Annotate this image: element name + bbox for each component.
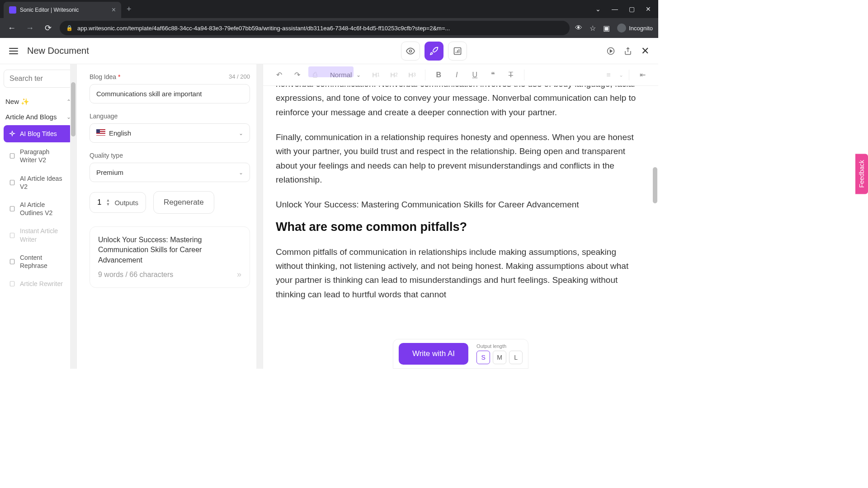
browser-tab[interactable]: Sonic Editor | Writesonic ×	[4, 2, 121, 18]
heading[interactable]: What are some common pitfalls?	[276, 220, 641, 234]
reload-button[interactable]: ⟳	[42, 23, 54, 33]
underline-button[interactable]: U	[467, 67, 482, 83]
output-length-label: Output length	[476, 343, 523, 349]
stepper-arrows[interactable]: ▲▼	[106, 198, 110, 206]
insert-arrow-icon[interactable]: »	[237, 270, 241, 279]
back-button[interactable]: ←	[5, 23, 18, 33]
flag-us-icon	[96, 129, 105, 136]
extensions-icon[interactable]: ▣	[603, 24, 610, 33]
sidebar-item-instant-article[interactable]: Instant Article Writer	[4, 222, 73, 248]
menu-toggle[interactable]	[9, 48, 18, 54]
rocket-icon	[429, 47, 439, 56]
paragraph[interactable]: Finally, communication in a relationship…	[276, 130, 641, 187]
new-tab-button[interactable]: +	[127, 5, 132, 14]
play-icon[interactable]	[607, 47, 615, 55]
undo-button[interactable]: ↶	[271, 67, 287, 83]
sidebar-section-new[interactable]: New ✨ ⌃	[4, 94, 73, 109]
maximize-icon[interactable]: ▢	[629, 5, 635, 13]
address-bar[interactable]: 🔒 app.writesonic.com/template/4af66c88-3…	[60, 21, 570, 35]
chevron-down-icon: ⌄	[239, 169, 243, 176]
length-s-button[interactable]: S	[476, 351, 490, 364]
sidebar-item-blog-titles[interactable]: AI Blog Titles	[4, 125, 73, 142]
minimize-icon[interactable]: —	[612, 5, 618, 13]
sidebar-item-article-ideas[interactable]: AI Article Ideas V2	[4, 170, 73, 195]
svg-rect-6	[10, 206, 14, 211]
result-card[interactable]: Unlock Your Success: Mastering Communica…	[90, 226, 250, 288]
result-title: Unlock Your Success: Mastering Communica…	[98, 235, 241, 265]
close-window-icon[interactable]: ✕	[646, 5, 651, 13]
window-controls: ⌄ — ▢ ✕	[595, 5, 658, 13]
svg-rect-9	[10, 282, 14, 286]
outputs-stepper[interactable]: 1 ▲▼ Outputs	[90, 192, 146, 213]
h1-button[interactable]: H1	[368, 67, 383, 83]
language-select[interactable]: English ⌄	[90, 123, 250, 143]
chevron-down-icon[interactable]: ⌄	[619, 72, 623, 78]
sidebar-item-paragraph-writer[interactable]: Paragraph Writer V2	[4, 143, 73, 169]
bottom-bar: Write with AI Output length S M L	[393, 339, 528, 369]
favicon	[9, 6, 16, 14]
search-input[interactable]	[4, 70, 73, 88]
h2-button[interactable]: H2	[386, 67, 401, 83]
document-title[interactable]: New Document	[27, 46, 89, 56]
length-m-button[interactable]: M	[493, 351, 506, 364]
sidebar-item-article-outlines[interactable]: AI Article Outlines V2	[4, 196, 73, 221]
analytics-button[interactable]	[448, 42, 467, 61]
editor-content[interactable]: nonverbal communication. Nonverbal commu…	[263, 86, 658, 369]
tabs-dropdown-icon[interactable]: ⌄	[595, 5, 601, 13]
main-layout: New ✨ ⌃ Article And Blogs ⌄ AI Blog Titl…	[0, 64, 658, 369]
close-icon[interactable]: ✕	[641, 45, 649, 57]
doc-icon	[9, 179, 15, 186]
bold-button[interactable]: B	[431, 67, 446, 83]
collapse-button[interactable]: ⇤	[635, 67, 650, 83]
share-icon[interactable]	[624, 47, 632, 55]
sidebar-scrollbar[interactable]	[70, 64, 76, 369]
forward-button[interactable]: →	[24, 23, 36, 33]
language-label: Language	[90, 113, 250, 120]
star-icon[interactable]: ☆	[590, 24, 596, 33]
generate-button[interactable]	[425, 42, 443, 61]
h3-button[interactable]: H3	[404, 67, 420, 83]
doc-icon	[9, 206, 15, 212]
doc-icon	[9, 232, 15, 239]
chart-icon	[453, 47, 462, 56]
blog-idea-input[interactable]: Communications skill are important	[90, 84, 250, 103]
regenerate-button[interactable]: Regenerate	[153, 191, 214, 214]
chevron-down-icon: ⌄	[239, 130, 243, 136]
sidebar-item-article-rewriter[interactable]: Article Rewriter	[4, 275, 73, 292]
paragraph[interactable]: Common pitfalls of communication in rela…	[276, 245, 641, 301]
close-tab-icon[interactable]: ×	[112, 6, 116, 14]
quote-button[interactable]: ❝	[485, 67, 500, 83]
italic-button[interactable]: I	[449, 67, 464, 83]
svg-marker-3	[610, 50, 613, 52]
blog-idea-label: Blog Idea * 34 / 200	[90, 73, 250, 80]
svg-rect-7	[10, 233, 14, 238]
result-meta: 9 words / 66 characters	[98, 271, 173, 279]
form-panel: Blog Idea * 34 / 200 Communications skil…	[77, 64, 263, 369]
chevron-down-icon: ⌄	[356, 72, 361, 78]
doc-icon	[9, 258, 15, 265]
clear-format-button[interactable]: T̶	[503, 67, 519, 83]
eye-off-icon[interactable]: 👁	[575, 24, 582, 32]
paragraph[interactable]: nonverbal communication. Nonverbal commu…	[276, 86, 641, 119]
browser-toolbar: ← → ⟳ 🔒 app.writesonic.com/template/4af6…	[0, 18, 658, 38]
quality-select[interactable]: Premium ⌄	[90, 163, 250, 182]
editor-scrollbar[interactable]	[652, 86, 658, 369]
paragraph[interactable]: Unlock Your Success: Mastering Communica…	[276, 197, 641, 211]
write-with-ai-button[interactable]: Write with AI	[399, 343, 468, 365]
incognito-badge[interactable]: Incognito	[617, 23, 653, 33]
editor-toolbar: ↶ ↷ ⎙ Normal ⌄ H1 H2 H3 B I U ❝ T̶ ≡ ⌄ ⇤	[263, 64, 658, 86]
svg-point-0	[410, 50, 412, 52]
align-button[interactable]: ≡	[601, 67, 616, 83]
app-header: New Document ✕	[0, 38, 658, 64]
redo-button[interactable]: ↷	[289, 67, 305, 83]
toolbar-highlight	[308, 66, 354, 77]
length-l-button[interactable]: L	[509, 351, 523, 364]
url-text: app.writesonic.com/template/4af66c88-34c…	[77, 25, 563, 32]
doc-icon	[9, 153, 15, 159]
quality-label: Quality type	[90, 152, 250, 159]
sidebar-item-content-rephrase[interactable]: Content Rephrase	[4, 249, 73, 274]
sidebar: New ✨ ⌃ Article And Blogs ⌄ AI Blog Titl…	[0, 64, 77, 369]
preview-button[interactable]	[401, 42, 420, 61]
form-scrollbar[interactable]	[256, 64, 263, 369]
sidebar-section-articles[interactable]: Article And Blogs ⌄	[4, 109, 73, 124]
